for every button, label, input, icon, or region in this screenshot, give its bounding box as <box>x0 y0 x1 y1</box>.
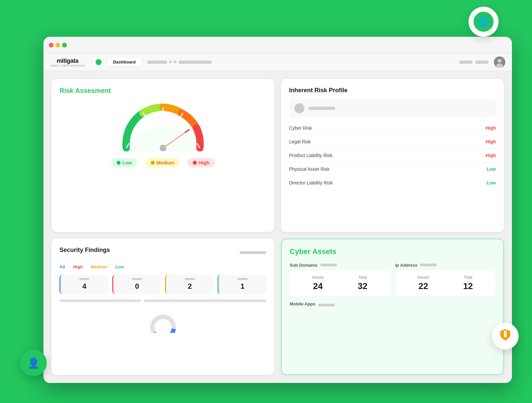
logo: mitigata SMART CYBER INSURANCE <box>50 57 85 67</box>
ip-address-total: Total 12 <box>463 275 473 291</box>
security-footer-pill-2 <box>144 299 266 302</box>
risk-row-cyber: Cyber Risk High <box>289 121 496 135</box>
tab-medium[interactable]: Medium <box>91 264 107 269</box>
svg-point-1 <box>504 330 507 333</box>
risk-level-legal: High <box>486 139 496 144</box>
risk-row-product: Product Liability Risk High <box>289 149 496 162</box>
main-content: Risk Assesment <box>43 71 512 383</box>
count-num-all: 4 <box>64 282 104 291</box>
nav-pill-2 <box>178 60 212 64</box>
ip-address-section: Ip Address Issues 22 Total 12 <box>395 263 496 296</box>
user-avatar[interactable] <box>494 56 505 68</box>
tab-low[interactable]: Low <box>115 264 124 269</box>
sub-domains-box: Issues 24 Total 32 <box>290 270 390 296</box>
nav-action-2 <box>475 60 489 64</box>
nav-dot-2 <box>174 60 176 63</box>
user-icon: 👤 <box>27 357 40 369</box>
count-low: 1 <box>218 275 266 294</box>
security-donut-chart <box>59 306 266 333</box>
security-more-pill <box>240 251 266 254</box>
risk-row-director: Director Liability Risk Low <box>289 176 496 189</box>
logo-subtitle: SMART CYBER INSURANCE <box>50 64 85 67</box>
ip-address-issues: Issues 22 <box>417 275 429 291</box>
globe-icon: 🌐 <box>474 12 494 32</box>
count-high: 0 <box>112 275 161 294</box>
legend-label-low: Low <box>123 160 132 165</box>
nav-tab-dashboard[interactable]: Dashboard <box>107 57 142 66</box>
risk-assessment-title: Risk Assesment <box>59 87 266 95</box>
nav-bar: mitigata SMART CYBER INSURANCE Dashboard <box>43 53 512 71</box>
tab-all[interactable]: All <box>59 264 65 269</box>
sub-domains-pill <box>320 264 337 266</box>
risk-row-legal: Legal Risk High <box>289 135 496 149</box>
count-num-low: 1 <box>223 282 262 291</box>
cyber-assets-card: Cyber Assets Sub Domains Issues 24 <box>281 239 504 375</box>
risk-row-physical: Physical Asset Risk Low <box>289 162 496 176</box>
sub-domains-issues: Issues 24 <box>312 275 324 291</box>
security-counts: 4 0 2 1 <box>59 275 266 294</box>
count-bar-high <box>132 278 142 280</box>
legend-dot-medium <box>151 161 155 165</box>
profile-avatar <box>294 103 304 113</box>
risk-level-product: High <box>486 153 496 158</box>
close-button[interactable] <box>49 43 53 47</box>
nav-pill-1 <box>147 60 167 64</box>
count-bar-medium <box>185 278 195 280</box>
svg-point-13 <box>152 317 174 333</box>
count-bar-low <box>238 278 248 280</box>
ip-address-issues-value: 22 <box>417 281 429 291</box>
risk-level-director: Low <box>487 180 496 185</box>
inherent-risk-title: Inherent Risk Profile <box>289 87 496 94</box>
legend-dot-high <box>193 161 197 165</box>
ip-address-pill <box>420 264 437 266</box>
count-num-medium: 2 <box>170 282 210 291</box>
risk-name-product: Product Liability Risk <box>289 153 332 158</box>
count-bar-all <box>79 278 89 280</box>
risk-gauge <box>116 101 210 151</box>
logo-text: mitigata <box>56 57 78 64</box>
tab-high[interactable]: High <box>73 264 83 269</box>
security-findings-card: Security Findings All High Medium Low 4 … <box>51 239 274 375</box>
sub-domains-issues-label: Issues <box>312 275 324 280</box>
cyber-assets-title: Cyber Assets <box>290 247 495 256</box>
legend-label-high: High <box>199 160 209 165</box>
count-num-high: 0 <box>117 282 157 291</box>
ip-address-header: Ip Address <box>395 263 496 268</box>
ip-address-label: Ip Address <box>395 263 418 268</box>
sub-domains-issues-value: 24 <box>312 281 324 291</box>
risk-name-director: Director Liability Risk <box>289 180 333 185</box>
security-footer-pill-1 <box>59 299 141 302</box>
risk-name-cyber: Cyber Risk <box>289 125 312 131</box>
profile-header <box>289 99 496 117</box>
risk-level-cyber: High <box>486 125 496 131</box>
security-tabs: All High Medium Low <box>59 264 266 269</box>
ip-address-total-label: Total <box>463 275 473 280</box>
shield-icon <box>498 328 512 345</box>
inherent-risk-profile-card: Inherent Risk Profile Cyber Risk High Le… <box>281 79 504 232</box>
svg-rect-0 <box>504 332 507 337</box>
nav-indicator <box>96 59 102 65</box>
risk-legend: Low Medium High <box>59 158 266 167</box>
sub-domains-section: Sub Domains Issues 24 Total 32 <box>290 263 390 296</box>
risk-name-physical: Physical Asset Risk <box>289 166 329 172</box>
ip-address-total-value: 12 <box>463 281 473 291</box>
minimize-button[interactable] <box>55 43 60 47</box>
assets-grid: Sub Domains Issues 24 Total 32 <box>290 263 495 296</box>
sub-domains-header: Sub Domains <box>290 263 390 268</box>
legend-high: High <box>187 158 215 167</box>
nav-action-1 <box>459 60 473 64</box>
legend-low: Low <box>111 158 137 167</box>
ip-address-issues-label: Issues <box>417 275 429 280</box>
legend-medium: Medium <box>145 158 180 167</box>
risk-rows: Cyber Risk High Legal Risk High Product … <box>289 121 496 189</box>
sub-domains-label: Sub Domains <box>290 263 317 268</box>
shield-float <box>492 323 519 350</box>
count-all: 4 <box>59 275 108 294</box>
user-float[interactable]: 👤 <box>20 350 47 376</box>
legend-label-medium: Medium <box>157 160 174 165</box>
mobile-apps-pill <box>318 304 335 306</box>
mobile-apps-row: Mobile Apps <box>290 301 495 309</box>
nav-dot-1 <box>169 60 172 63</box>
sub-domains-total-label: Total <box>358 275 368 280</box>
maximize-button[interactable] <box>62 43 67 47</box>
